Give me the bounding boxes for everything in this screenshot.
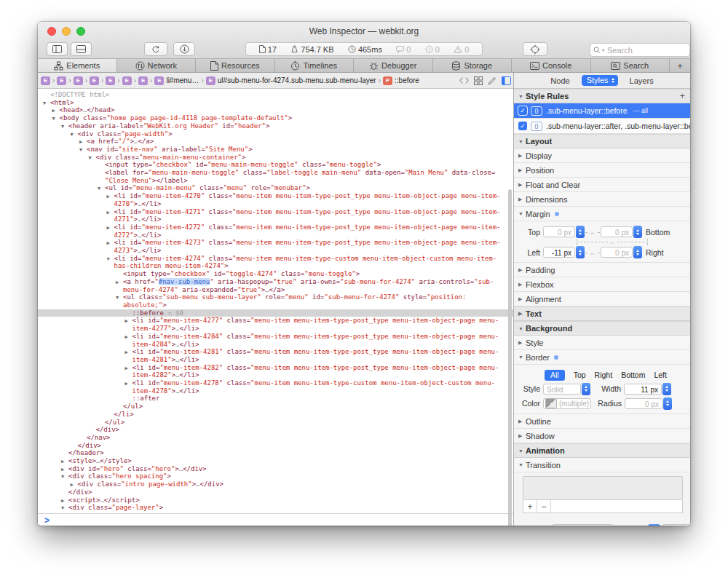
tree-line[interactable]: </div> [38, 442, 513, 450]
zoom-button[interactable] [76, 27, 85, 36]
panel-blue-icon[interactable] [502, 76, 511, 85]
border-segment-top[interactable]: Top [574, 371, 586, 379]
tree-line[interactable]: 4270">…</li> [38, 200, 513, 208]
tree-line[interactable]: ▶<style>…</style> [38, 457, 513, 465]
transition-property-input[interactable] [552, 524, 613, 526]
tree-line[interactable]: </nav> [38, 434, 513, 442]
row-alignment[interactable]: ▶Alignment [514, 292, 690, 306]
style-rules-header[interactable]: ▼ Style Rules + [514, 89, 690, 103]
tab-console[interactable]: Console [512, 59, 591, 72]
breadcrumb-item[interactable]: E [106, 76, 115, 85]
tree-line[interactable]: item-4284">…</li> [38, 341, 513, 349]
tree-line[interactable]: 4272">…</li> [38, 231, 513, 239]
tab-storage[interactable]: Storage [433, 59, 513, 72]
row-flexbox[interactable]: ▶Flexbox [514, 277, 690, 292]
tree-line[interactable]: <input type="checkbox" id="toggle-4274" … [38, 270, 513, 278]
tree-line[interactable]: ▶<li id="menu-item-4271" class="menu-ite… [38, 208, 513, 216]
expand-arrow-down-icon[interactable]: ▼ [61, 504, 64, 512]
tree-line[interactable]: ▶<head>…</head> [38, 106, 513, 114]
sidebar-tab-styles[interactable]: Styles [582, 75, 618, 86]
tree-line[interactable]: ▶<div id="hero" class="hero">…</div> [38, 465, 513, 473]
tree-line[interactable]: ▶<div class="intro page-width">…</div> [38, 480, 513, 488]
tree-line[interactable]: ::after [38, 395, 513, 403]
tree-line[interactable]: absolute;"> [38, 301, 513, 309]
tree-line[interactable]: ▶<a href="#nav-sub-menu" aria-haspopup="… [38, 278, 513, 286]
tree-line[interactable]: menu-for-4274" aria-expanded="true">…</a… [38, 286, 513, 294]
breadcrumb-item[interactable]: P::before [383, 76, 419, 85]
tree-line[interactable]: has-children menu-item-4274"> [38, 262, 513, 270]
tree-line[interactable]: <input type="checkbox" id="menu-main-men… [38, 161, 513, 169]
color-swatch[interactable] [545, 398, 557, 408]
breadcrumb-item[interactable]: E [138, 76, 148, 85]
margin-link-horizontal[interactable]: ↔ [585, 249, 601, 256]
sidebar-tab-layers[interactable]: Layers [630, 76, 654, 85]
minimize-button[interactable] [62, 27, 71, 36]
row-shadow[interactable]: ▶Shadow [514, 429, 690, 443]
border-color-field[interactable]: (multiple) [543, 398, 591, 409]
tree-line[interactable]: 4271">…</li> [38, 215, 513, 223]
breadcrumb-item[interactable]: E [122, 76, 132, 85]
tree-line[interactable]: <!DOCTYPE html> [38, 91, 513, 99]
tab-timelines[interactable]: Timelines [275, 59, 355, 72]
tree-line[interactable]: ▶<li id="menu-item-4278" class="menu-ite… [38, 379, 513, 387]
tree-line[interactable]: ▶<a href="/">…</a> [38, 138, 513, 146]
row-style[interactable]: ▶Style [514, 336, 690, 350]
tree-line[interactable]: ▶<li id="menu-item-4277" class="menu-ite… [38, 317, 513, 325]
border-style-select[interactable]: Solid [543, 383, 590, 395]
tree-line[interactable]: </li> [38, 411, 513, 419]
section-layout[interactable]: ▼ Layout [514, 134, 690, 149]
stepper-icon[interactable] [582, 383, 590, 395]
border-width-field[interactable]: 11 px [624, 383, 671, 395]
border-segment-left[interactable]: Left [654, 371, 667, 379]
margin-top-field[interactable]: 0 px [543, 226, 585, 238]
breadcrumb-item[interactable]: E [74, 76, 83, 85]
rule-checkbox[interactable]: ✓ [518, 106, 527, 115]
tree-line[interactable]: ▼<header aria-label="WebKit.org Header" … [38, 122, 513, 130]
tree-line[interactable]: <label for="menu-main-menu-toggle" class… [38, 169, 513, 177]
quick-console[interactable]: > [38, 513, 513, 526]
remove-transition-button[interactable]: − [537, 500, 551, 512]
resource-stats-group[interactable]: 17 754.7 KB 465ms 0 0 [245, 42, 483, 56]
margin-left-field[interactable]: -11 px [543, 246, 585, 258]
tree-line[interactable]: ▶<script>…</script> [38, 496, 513, 504]
sidebar-tab-node[interactable]: Node [550, 76, 569, 85]
row-margin[interactable]: ▼Margin [514, 207, 690, 221]
tree-line[interactable]: ▶<li id="menu-item-4281" class="menu-ite… [38, 348, 513, 356]
transition-list[interactable] [523, 476, 683, 500]
tree-scrollbar[interactable] [508, 189, 512, 526]
row-float-clear[interactable]: ▶Float and Clear [514, 178, 690, 192]
section-background[interactable]: ▼Background [514, 321, 690, 336]
breadcrumb-item[interactable]: E [57, 76, 66, 85]
rule-checkbox[interactable]: ✓ [518, 122, 527, 130]
section-animation[interactable]: ▼Animation [514, 443, 690, 458]
search-input[interactable] [606, 45, 674, 55]
download-button[interactable] [173, 42, 195, 56]
tree-line[interactable]: </ul> [38, 403, 513, 411]
toolbar-search-field[interactable]: ▾ [590, 43, 690, 57]
margin-link-all[interactable]: ↔ [561, 239, 664, 245]
style-rule-row-selected[interactable]: ✓ {} .sub-menu-layer::before — all [514, 103, 690, 119]
stepper-icon[interactable] [663, 397, 672, 410]
tab-network[interactable]: Network [117, 59, 197, 72]
toggle-console-drawer-button[interactable] [71, 42, 92, 56]
row-outline[interactable]: ▶Outline [514, 414, 690, 429]
border-segment-right[interactable]: Right [595, 371, 613, 379]
breadcrumb-item[interactable]: Eli#menu… [154, 76, 199, 85]
tab-debugger[interactable]: Debugger [354, 59, 433, 72]
tree-line[interactable]: ▶<li id="menu-item-4273" class="menu-ite… [38, 239, 513, 247]
tree-line[interactable]: ▶<li id="menu-item-4272" class="menu-ite… [38, 223, 513, 231]
tree-line[interactable]: ▼<div class="menu-main-menu-container"> [38, 154, 513, 162]
tree-line[interactable]: ▶<li id="menu-item-4282" class="menu-ite… [38, 364, 513, 372]
add-transition-button[interactable]: + [523, 500, 537, 512]
row-border[interactable]: ▼Border [514, 350, 690, 365]
timing-curve-button[interactable] [648, 524, 660, 526]
toggle-left-sidebar-button[interactable] [47, 42, 68, 56]
margin-right-field[interactable]: 0 px [601, 246, 642, 258]
tree-line[interactable]: ▼<nav id="site-nav" aria-label="Site Men… [38, 146, 513, 154]
tab-search[interactable]: Search [591, 59, 670, 72]
tree-line[interactable]: ▶<li id="menu-item-4284" class="menu-ite… [38, 333, 513, 341]
margin-bottom-field[interactable]: 0 px [601, 226, 642, 238]
tree-line[interactable]: ▶<li id="menu-item-4270" class="menu-ite… [38, 192, 513, 200]
timing-function-select[interactable]: Custo [662, 523, 690, 526]
row-padding[interactable]: ▶Padding [514, 263, 690, 277]
